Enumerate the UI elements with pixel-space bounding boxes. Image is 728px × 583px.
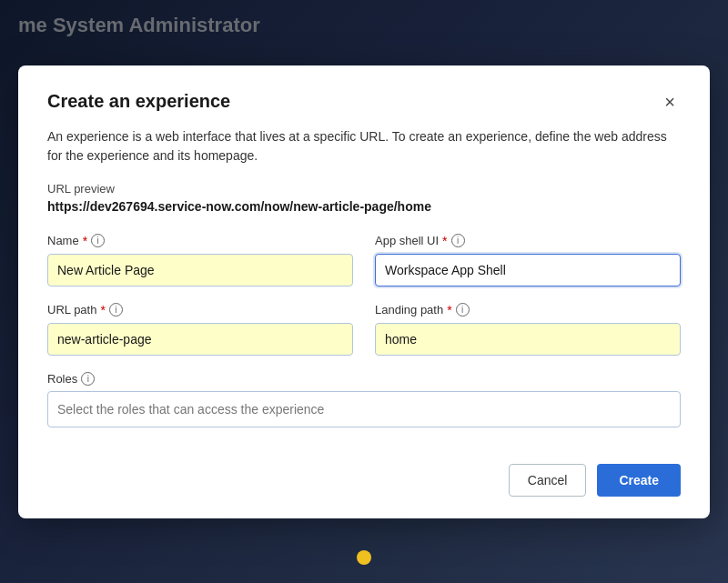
- app-shell-required-star: *: [442, 234, 447, 248]
- url-preview-label: URL preview: [47, 182, 681, 196]
- url-path-label: URL path * i: [47, 303, 353, 317]
- roles-field-group: Roles i: [47, 372, 681, 427]
- app-shell-input[interactable]: [375, 254, 681, 286]
- modal-footer: Cancel Create: [47, 457, 681, 497]
- landing-path-field-group: Landing path * i: [375, 303, 681, 356]
- create-button[interactable]: Create: [597, 464, 681, 497]
- landing-path-info-icon[interactable]: i: [456, 303, 470, 317]
- app-shell-label: App shell UI * i: [375, 234, 681, 248]
- app-shell-info-icon[interactable]: i: [451, 234, 465, 247]
- form-row-2: URL path * i Landing path * i: [47, 303, 681, 356]
- landing-path-required-star: *: [447, 303, 451, 317]
- name-field-group: Name * i: [47, 234, 353, 286]
- cancel-button[interactable]: Cancel: [509, 464, 587, 497]
- overlay: Create an experience × An experience is …: [0, 0, 728, 583]
- app-shell-field-group: App shell UI * i: [375, 234, 681, 286]
- modal-description: An experience is a web interface that li…: [47, 127, 681, 166]
- name-input[interactable]: [47, 254, 353, 286]
- url-path-required-star: *: [100, 303, 105, 317]
- url-preview-value: https://dev267694.service-now.com/now/ne…: [47, 199, 681, 214]
- name-info-icon[interactable]: i: [91, 234, 105, 247]
- roles-label: Roles i: [47, 372, 681, 386]
- name-label: Name * i: [47, 234, 353, 248]
- landing-path-label: Landing path * i: [375, 303, 681, 317]
- landing-path-input[interactable]: [375, 323, 681, 356]
- modal-header: Create an experience ×: [47, 91, 681, 113]
- url-path-input[interactable]: [47, 323, 353, 356]
- close-button[interactable]: ×: [659, 91, 681, 113]
- url-path-field-group: URL path * i: [47, 303, 353, 356]
- name-required-star: *: [83, 234, 87, 248]
- url-path-info-icon[interactable]: i: [109, 303, 123, 317]
- roles-info-icon[interactable]: i: [81, 372, 95, 386]
- form-row-3: Roles i: [47, 372, 681, 427]
- form-row-1: Name * i App shell UI * i: [47, 234, 681, 286]
- dot-indicator: [357, 550, 371, 565]
- modal-dialog: Create an experience × An experience is …: [18, 65, 710, 518]
- roles-input[interactable]: [47, 391, 681, 427]
- modal-title: Create an experience: [47, 91, 230, 112]
